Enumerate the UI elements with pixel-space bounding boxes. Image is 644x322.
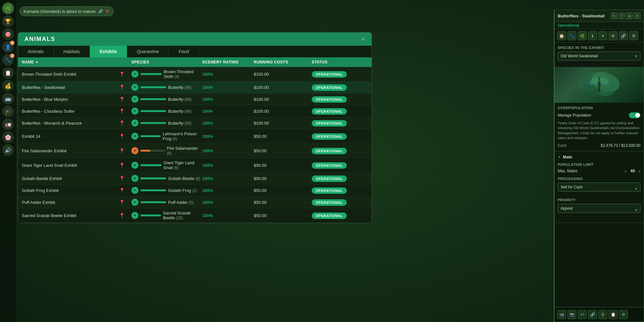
tab-animals[interactable]: Animals <box>18 46 54 57</box>
row-status: OPERATIONAL <box>312 148 363 154</box>
sidebar-icon-money[interactable]: 💰 <box>2 80 14 91</box>
sidebar-icon-flower[interactable]: 🌸 <box>2 131 14 143</box>
sidebar-icon-home[interactable]: 🌿 <box>2 3 14 14</box>
row-status: OPERATIONAL <box>312 187 363 193</box>
rp-edit-btn[interactable]: ✎ <box>611 13 617 19</box>
species-count: (8) <box>195 176 200 181</box>
notification-close[interactable]: ✕ <box>106 9 109 14</box>
row-cost: $50.00 <box>254 163 312 168</box>
animals-panel-close[interactable]: ✕ <box>361 36 365 42</box>
sidebar-icon-clipboard[interactable]: 📋 <box>2 67 14 79</box>
priority-select[interactable]: Appeal <box>558 204 640 213</box>
species-circle-icon: ✦ <box>131 84 138 91</box>
row-status: OPERATIONAL <box>312 108 363 114</box>
status-badge: OPERATIONAL <box>312 148 347 154</box>
tab-habitats[interactable]: Habitats <box>54 46 90 57</box>
col-status: STATUS <box>312 60 363 64</box>
notification-link[interactable]: 🔗 <box>98 9 103 14</box>
processing-select[interactable]: Sell for Cash <box>558 183 640 192</box>
rp-tool-photo-btn[interactable]: 📷 <box>567 310 576 319</box>
sidebar-icon-animals[interactable]: 🐾 4 <box>2 54 14 66</box>
rp-tool-link-btn[interactable]: 🔗 <box>588 310 597 319</box>
row-scenery: 100% <box>202 213 254 218</box>
rp-tool-tag-btn[interactable]: 🏷 <box>578 310 587 319</box>
table-row[interactable]: Butterflies - Swallowtail 📍 ✦ Butterfly … <box>18 81 372 93</box>
sidebar-icon-profile[interactable]: 👤 6 <box>2 41 14 53</box>
rp-icon-paw[interactable]: 🐾 <box>567 31 576 40</box>
table-row[interactable]: Butterflies - Monarch & Peacock 📍 ✦ Butt… <box>18 117 372 129</box>
table-row[interactable]: Brown-Throated Sloth Exhibit 📍 ✦ Brown-T… <box>18 67 372 81</box>
sidebar-icon-education[interactable]: 🎓 <box>2 106 14 117</box>
species-name: Goliath Frog (2) <box>168 188 197 193</box>
scenery-progress-bar <box>140 177 166 179</box>
left-sidebar: 🌿 🏆 🎯 👤 6 🐾 4 📋 💰 🚌 🎓 🚛 🌸 🔊 <box>0 0 16 322</box>
row-cost: $50.00 <box>254 213 312 218</box>
row-species: ✦ Goliath Beetle (8) <box>131 175 202 182</box>
rp-icon-building[interactable]: 🏠 <box>557 31 566 40</box>
table-row[interactable]: Fire Salamander Exhibit 📍 ✦ Fire Salaman… <box>18 144 372 158</box>
tab-exhibits[interactable]: Exhibits <box>90 46 127 57</box>
species-name: Butterfly (90) <box>168 85 192 90</box>
rp-tool-clipboard-btn[interactable]: 📋 <box>609 310 618 319</box>
rp-help-btn[interactable]: ? <box>619 13 625 19</box>
table-row[interactable]: Sacred Scarab Beetle Exhibit 📍 ✦ Sacred … <box>18 208 372 223</box>
row-name: Sacred Scarab Beetle Exhibit <box>22 213 112 218</box>
table-row[interactable]: Goliath Frog Exhibit 📍 ✦ Goliath Frog (2… <box>18 185 372 196</box>
sidebar-icon-speaker[interactable]: 🔊 <box>2 144 14 156</box>
table-row[interactable]: Exhibit 14 📍 ✦ Lehmann's Poison Frog (6)… <box>18 129 372 144</box>
species-circle-icon: ✦ <box>131 147 138 154</box>
max-males-stepper: ‹ 45 › <box>625 168 640 174</box>
table-row[interactable]: Puff Adder Exhibit 📍 ✦ Puff Adder (5) 10… <box>18 196 372 208</box>
species-name: Sacred Scarab Beetle (25) <box>163 211 202 220</box>
row-species: ✦ Fire Salamander (6) <box>131 146 202 156</box>
species-name: Butterfly (90) <box>168 121 192 126</box>
tab-food[interactable]: Food <box>169 46 199 57</box>
col-name[interactable]: NAME ▼ <box>22 60 112 64</box>
sidebar-icon-achievements[interactable]: 🏆 <box>2 15 14 27</box>
table-row[interactable]: Goliath Beetle Exhibit 📍 ✦ Goliath Beetl… <box>18 173 372 185</box>
location-pin-icon: 📍 <box>119 213 125 218</box>
species-select-wrapper: Old World Swallowtail <box>558 52 640 61</box>
species-circle-icon: ✦ <box>131 199 138 206</box>
status-badge: OPERATIONAL <box>312 199 347 206</box>
male-header[interactable]: ▼ Male <box>558 155 640 159</box>
rp-icon-settings[interactable]: ⚙ <box>629 31 638 40</box>
rp-icon-link[interactable]: 🔗 <box>619 31 628 40</box>
table-row[interactable]: Butterflies - Cloudless Sulfer 📍 ✦ Butte… <box>18 105 372 117</box>
manage-population-toggle[interactable] <box>629 112 640 118</box>
rp-icon-star[interactable]: ✦ <box>598 31 607 40</box>
species-circle-icon: ✦ <box>131 212 138 219</box>
sidebar-icon-target[interactable]: 🎯 <box>2 28 14 40</box>
rp-close-btn[interactable]: ✕ <box>634 13 640 19</box>
sidebar-icon-truck[interactable]: 🚛 <box>2 118 14 130</box>
tab-quarantine[interactable]: Quarantine <box>127 46 169 57</box>
rp-icon-gear[interactable]: ⚙ <box>609 31 618 40</box>
species-circle-icon: ✦ <box>131 71 138 78</box>
rp-tool-gear-btn[interactable]: ⚙ <box>619 310 628 319</box>
rp-icon-temp[interactable]: 🌡 <box>588 31 597 40</box>
scenery-progress-bar <box>140 201 166 203</box>
scenery-progress-fill <box>140 164 162 166</box>
priority-select-wrapper: Appeal <box>558 204 640 216</box>
status-badge: OPERATIONAL <box>312 162 347 169</box>
table-row[interactable]: Giant Tiger Land Snail Exhibit 📍 ✦ Giant… <box>18 158 372 173</box>
rp-icon-leaf[interactable]: 🌿 <box>578 31 587 40</box>
species-name: Brown-Throated Sloth (4) <box>164 69 202 79</box>
table-row[interactable]: Butterflies - Blue Morpho 📍 ✦ Butterfly … <box>18 93 372 105</box>
row-cost: $50.00 <box>254 200 312 205</box>
max-males-increase[interactable]: › <box>639 168 640 174</box>
status-badge: OPERATIONAL <box>312 71 347 78</box>
overpop-title: OVERPOPULATION <box>558 106 640 110</box>
rp-tool-camera-btn[interactable]: 📹 <box>557 310 566 319</box>
row-scenery: 100% <box>202 163 254 168</box>
rp-tool-add-btn[interactable]: ➕ <box>598 310 607 319</box>
species-count: (90) <box>185 109 191 114</box>
sidebar-icon-bus[interactable]: 🚌 <box>2 93 14 104</box>
butterfly-image <box>554 67 644 103</box>
right-panel-bottom-toolbar: 📹 📷 🏷 🔗 ➕ 📋 ⚙ <box>554 307 644 322</box>
species-select[interactable]: Old World Swallowtail <box>558 52 640 61</box>
max-males-decrease[interactable]: ‹ <box>625 168 626 174</box>
col-cost: RUNNING COSTS <box>254 60 312 64</box>
manage-population-row: Manage Population <box>558 112 640 118</box>
rp-pin-btn[interactable]: ⊕ <box>626 13 633 19</box>
